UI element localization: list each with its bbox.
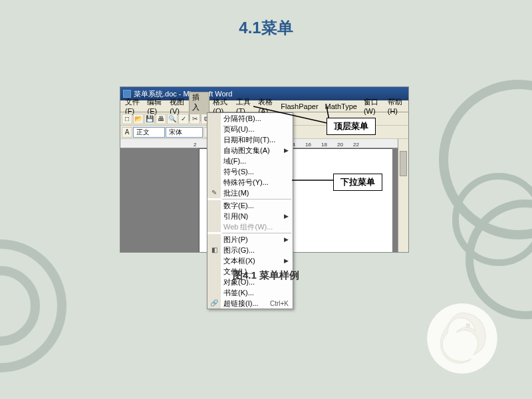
- dropdown-item: Web 组件(W)...: [207, 221, 293, 232]
- dropdown-item[interactable]: ◧图示(G)...: [207, 245, 293, 255]
- dropdown-item-label: 日期和时间(T)...: [223, 135, 275, 145]
- dropdown-item[interactable]: 图片(P)▶: [207, 234, 293, 245]
- spellcheck-icon[interactable]: ✓: [178, 114, 189, 124]
- note-icon: ✎: [207, 188, 221, 198]
- callout-dropdown-menu: 下拉菜单: [333, 174, 382, 191]
- menu-divider: [222, 233, 291, 233]
- save-icon[interactable]: 💾: [144, 114, 155, 124]
- style-select[interactable]: 正文: [133, 127, 165, 138]
- dropdown-item[interactable]: 文本框(X)▶: [207, 255, 293, 266]
- menu-divider: [222, 199, 291, 200]
- blank-icon: [207, 177, 221, 188]
- callout-top-menu: 顶层菜单: [327, 118, 376, 135]
- blank-icon: [207, 145, 221, 156]
- dropdown-item[interactable]: 域(F)...: [207, 156, 293, 166]
- dropdown-item-label: 自动图文集(A): [223, 146, 270, 156]
- dropdown-item[interactable]: 符号(S)...: [207, 166, 293, 177]
- dropdown-item[interactable]: 数字(E)...: [207, 200, 293, 211]
- print-icon[interactable]: 🖶: [156, 114, 166, 124]
- blank-icon: [207, 211, 221, 221]
- figure-screenshot: 菜单系统.doc - Microsoft Word 文件(F)编辑(E)视图(V…: [120, 86, 409, 253]
- word-menubar: 文件(F)编辑(E)视图(V)插入(I)格式(O)工具(T)表格(A)Flash…: [120, 100, 408, 112]
- dropdown-item[interactable]: ✎批注(M): [207, 188, 293, 198]
- dropdown-item[interactable]: 日期和时间(T)...: [207, 134, 293, 145]
- dropdown-item-label: 书签(K)...: [223, 288, 254, 298]
- blank-icon: [207, 287, 221, 298]
- submenu-arrow-icon: ▶: [284, 213, 289, 219]
- figure-caption: 图4.1 菜单样例: [0, 269, 532, 282]
- dropdown-item-label: 域(F)...: [223, 156, 246, 166]
- dropdown-item-label: 文本框(X): [223, 256, 255, 266]
- shortcut-label: Ctrl+K: [270, 300, 289, 307]
- dropdown-item-label: 特殊符号(Y)...: [223, 178, 269, 188]
- dropdown-item[interactable]: 特殊符号(Y)...: [207, 177, 293, 188]
- blank-icon: [207, 200, 221, 211]
- dropdown-item[interactable]: 分隔符(B)...: [207, 113, 293, 124]
- svg-point-4: [466, 323, 471, 328]
- ruler-tick: 20: [337, 142, 353, 148]
- ruler-tick: 18: [321, 142, 337, 148]
- dropdown-item-label: 引用(N): [223, 211, 248, 221]
- blank-icon: [207, 134, 221, 145]
- dropdown-item[interactable]: 🔗超链接(I)...Ctrl+K: [207, 298, 293, 309]
- submenu-arrow-icon: ▶: [284, 236, 289, 243]
- blank-icon: [207, 234, 221, 245]
- blank-icon: [207, 255, 221, 266]
- dropdown-item[interactable]: 自动图文集(A)▶: [207, 145, 293, 156]
- dropdown-item-label: 符号(S)...: [223, 167, 254, 177]
- dropdown-item-label: 超链接(I)...: [223, 299, 259, 309]
- blank-icon: [207, 166, 221, 177]
- ruler-tick: 16: [305, 142, 321, 148]
- dropdown-item[interactable]: 页码(U)...: [207, 124, 293, 134]
- decorative-dragon-icon: [426, 302, 499, 375]
- vertical-scrollbar[interactable]: [398, 139, 408, 252]
- format-icon[interactable]: A: [122, 127, 132, 138]
- blank-icon: [207, 156, 221, 166]
- slide-title: 4.1菜单: [0, 17, 532, 39]
- diag-icon: ◧: [207, 245, 221, 255]
- dropdown-item-label: 批注(M): [223, 188, 249, 198]
- dropdown-item-label: 页码(U)...: [223, 124, 254, 134]
- menu-item[interactable]: 帮助(H): [384, 96, 407, 116]
- dropdown-item-label: 图片(P): [223, 235, 248, 245]
- dropdown-item-label: 图示(G)...: [223, 245, 255, 255]
- slide-title-text: 菜单: [261, 19, 293, 37]
- new-doc-icon[interactable]: □: [122, 114, 132, 124]
- submenu-arrow-icon: ▶: [284, 147, 289, 154]
- ruler-tick: 22: [353, 142, 369, 148]
- menu-item[interactable]: 窗口(W): [360, 96, 384, 116]
- blank-icon: [207, 124, 221, 134]
- slide-title-number: 4.1: [239, 19, 261, 37]
- preview-icon[interactable]: 🔍: [167, 114, 178, 124]
- open-icon[interactable]: 📂: [133, 114, 144, 124]
- menu-item[interactable]: MathType: [322, 102, 360, 111]
- dropdown-item[interactable]: 书签(K)...: [207, 287, 293, 298]
- blank-icon: [207, 113, 221, 124]
- scrollbar-thumb[interactable]: [400, 151, 407, 176]
- submenu-arrow-icon: ▶: [284, 257, 289, 264]
- link-icon: 🔗: [207, 298, 221, 309]
- font-select[interactable]: 宋体: [166, 127, 203, 138]
- decorative-pattern-right: [426, 80, 532, 332]
- cut-icon[interactable]: ✂: [190, 114, 200, 124]
- dropdown-item-label: 数字(E)...: [223, 201, 254, 211]
- decorative-pattern-left: [0, 239, 66, 372]
- dropdown-item[interactable]: 引用(N)▶: [207, 211, 293, 221]
- dropdown-item-label: 分隔符(B)...: [223, 114, 261, 124]
- menu-item[interactable]: FlashPaper: [277, 102, 321, 111]
- blank-icon: [207, 221, 221, 232]
- dropdown-item-label: Web 组件(W)...: [223, 222, 273, 232]
